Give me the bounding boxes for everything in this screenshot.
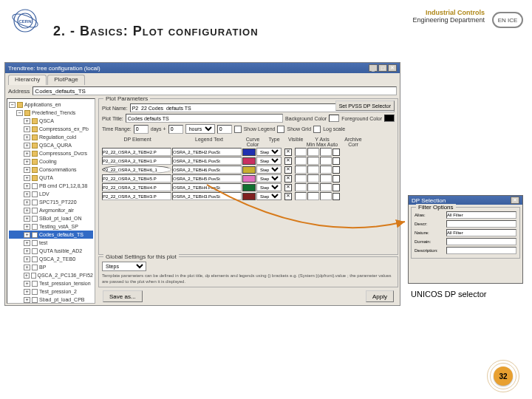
tree-item[interactable]: +LDV <box>9 190 93 198</box>
tree-item[interactable]: +QSCA_2_TEB0 <box>9 255 93 263</box>
tree-item[interactable]: +SBoil_pt_load_ON <box>9 214 93 222</box>
tree-item[interactable]: +Regulation_cold <box>9 133 93 141</box>
curve-type-select[interactable]: Steps <box>256 174 282 183</box>
visible-checkbox[interactable] <box>284 175 292 183</box>
ymin-input[interactable] <box>295 174 307 183</box>
archive-checkbox[interactable] <box>332 184 340 191</box>
legend-text-input[interactable] <box>172 166 242 174</box>
maximize-button[interactable]: □ <box>378 64 387 72</box>
visible-checkbox[interactable] <box>284 149 292 156</box>
close-button[interactable]: ✕ <box>388 64 397 72</box>
dp-element-input[interactable] <box>102 183 171 191</box>
ymin-input[interactable] <box>295 166 307 174</box>
tree-item[interactable]: +Sbad_pt_load_CPB <box>9 296 93 304</box>
alias-input[interactable] <box>446 211 516 219</box>
tree-item[interactable]: +Compressons_ex_Pb <box>9 125 93 133</box>
set-dp-selector-button[interactable]: Set PVSS DP Selector <box>335 100 395 111</box>
tree-panel[interactable]: −Applications_en −Predefined_Trends +QSC… <box>7 98 95 304</box>
ymax-input[interactable] <box>307 174 319 183</box>
curve-type-select[interactable]: Steps <box>256 157 282 165</box>
tree-item[interactable]: +Avgmonitor_air <box>9 206 93 214</box>
time-hours-input[interactable] <box>168 125 183 134</box>
ymax-input[interactable] <box>307 148 319 156</box>
description-input[interactable] <box>446 247 516 254</box>
dp-element-input[interactable] <box>102 166 171 174</box>
popup-close-button[interactable]: ✕ <box>511 197 519 204</box>
visible-checkbox[interactable] <box>284 166 292 174</box>
minimize-button[interactable]: _ <box>369 64 378 72</box>
show-grid-checkbox[interactable] <box>277 126 284 133</box>
curve-color-swatch[interactable] <box>242 184 256 191</box>
ymax-input[interactable] <box>307 157 319 165</box>
visible-checkbox[interactable] <box>284 157 292 165</box>
visible-checkbox[interactable] <box>284 193 292 200</box>
yauto-input[interactable] <box>320 148 332 156</box>
tree-item[interactable]: +Testing_vstA_SP <box>9 222 93 231</box>
apply-button[interactable]: Apply <box>366 290 394 302</box>
dp-element-input[interactable] <box>102 148 171 156</box>
tab-hierarchy[interactable]: Hierarchy <box>8 75 47 85</box>
save-as-button[interactable]: Save as... <box>103 290 143 302</box>
ymin-input[interactable] <box>295 183 307 191</box>
curve-color-swatch[interactable] <box>242 166 256 174</box>
tree-item[interactable]: +PB cmd CP1,12,8,38 <box>9 182 93 190</box>
yauto-input[interactable] <box>320 192 332 200</box>
tree-item[interactable]: +QSCA_2_PC136_PFI52 <box>9 271 93 279</box>
address-input[interactable] <box>33 86 397 95</box>
hours-unit-select[interactable]: hours <box>185 124 215 134</box>
curve-color-swatch[interactable] <box>242 157 256 165</box>
log-scale-checkbox[interactable] <box>313 126 321 133</box>
curve-type-select[interactable]: Steps <box>256 183 282 191</box>
tree-item[interactable]: +test <box>9 239 93 247</box>
tree-item[interactable]: +QUTA fusible_AD2 <box>9 247 93 255</box>
tab-plotpage[interactable]: PlotPage <box>47 75 84 85</box>
axis2-input[interactable] <box>217 125 232 134</box>
yauto-input[interactable] <box>320 166 332 174</box>
ymin-input[interactable] <box>295 192 307 200</box>
legend-text-input[interactable] <box>172 183 242 191</box>
visible-checkbox[interactable] <box>284 184 292 191</box>
tree-item[interactable]: +QUTA <box>9 174 93 182</box>
ymax-input[interactable] <box>307 192 319 200</box>
tree-item[interactable]: +QSCA <box>9 117 93 125</box>
ymax-input[interactable] <box>307 183 319 191</box>
global-type-select[interactable]: Steps <box>102 262 146 271</box>
tree-item[interactable]: +Cooling <box>9 157 93 166</box>
tree-item[interactable]: +BP <box>9 263 93 271</box>
domain-input[interactable] <box>446 238 516 245</box>
curve-type-select[interactable]: Steps <box>256 166 282 174</box>
ymin-input[interactable] <box>295 157 307 165</box>
yauto-input[interactable] <box>320 183 332 191</box>
archive-checkbox[interactable] <box>332 175 340 183</box>
curve-color-swatch[interactable] <box>242 193 256 200</box>
yauto-input[interactable] <box>320 157 332 165</box>
ymax-input[interactable] <box>307 166 319 174</box>
archive-checkbox[interactable] <box>332 149 340 156</box>
descr-input[interactable] <box>446 220 516 228</box>
curve-type-select[interactable]: Steps <box>256 148 282 156</box>
legend-text-input[interactable] <box>172 148 242 156</box>
tree-item[interactable]: +Compressons_Dvcrs <box>9 149 93 157</box>
tree-item[interactable]: +SPC715_PT220 <box>9 198 93 206</box>
tree-item[interactable]: +QSCA_QURA <box>9 141 93 149</box>
legend-text-input[interactable] <box>172 192 242 200</box>
archive-checkbox[interactable] <box>332 193 340 200</box>
tree-item[interactable]: +Consommations <box>9 166 93 174</box>
nature-input[interactable] <box>446 229 516 236</box>
plot-title-input[interactable] <box>126 114 283 123</box>
ymin-input[interactable] <box>295 148 307 156</box>
curve-color-swatch[interactable] <box>242 149 256 156</box>
dp-element-input[interactable] <box>102 192 171 200</box>
legend-text-input[interactable] <box>172 174 242 183</box>
tree-item[interactable]: +Codes_defauts_TS <box>9 231 93 239</box>
tree-item[interactable]: +Test_pression_tension <box>9 279 93 287</box>
dp-element-input[interactable] <box>102 174 171 183</box>
yauto-input[interactable] <box>320 174 332 183</box>
dp-element-input[interactable] <box>102 157 171 165</box>
archive-checkbox[interactable] <box>332 166 340 174</box>
tree-item[interactable]: +Test_pression_2 <box>9 287 93 296</box>
time-days-input[interactable] <box>134 125 149 134</box>
archive-checkbox[interactable] <box>332 157 340 165</box>
curve-color-swatch[interactable] <box>242 175 256 183</box>
show-legend-checkbox[interactable] <box>234 126 242 133</box>
